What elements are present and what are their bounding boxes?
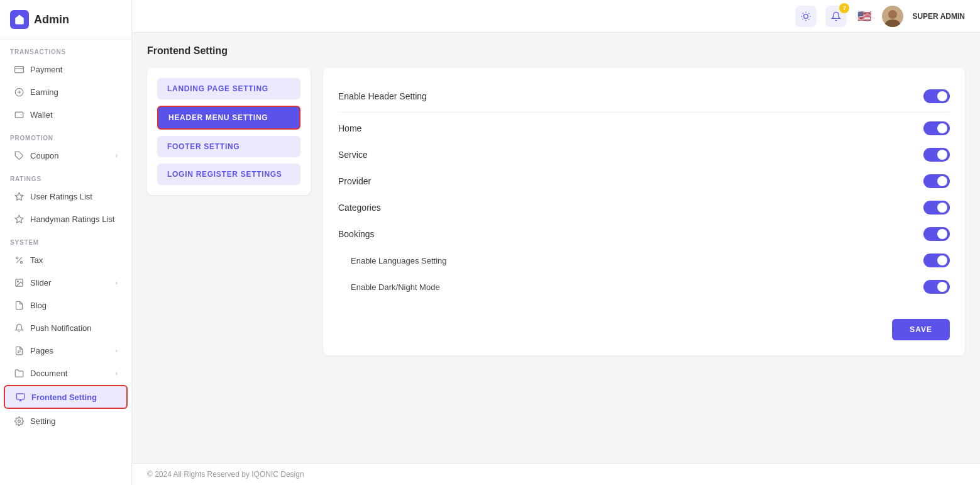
- toggle-slider: [923, 227, 950, 241]
- categories-setting-row: Categories: [338, 194, 950, 221]
- sidebar-item-pages-label: Pages: [30, 346, 53, 355]
- sidebar-item-push-notification[interactable]: Push Notification: [4, 317, 128, 338]
- sidebar-item-slider-label: Slider: [30, 278, 51, 287]
- page-title: Frontend Setting: [147, 45, 965, 57]
- sidebar-item-tax[interactable]: Tax: [4, 249, 128, 270]
- sidebar-item-coupon-label: Coupon: [30, 151, 59, 160]
- admin-name: SUPER ADMIN: [912, 12, 965, 21]
- svg-marker-8: [15, 215, 23, 223]
- sidebar-item-tax-label: Tax: [30, 255, 43, 265]
- gear-icon: [14, 416, 24, 426]
- svg-rect-0: [14, 66, 23, 72]
- pages-chevron-icon: ›: [115, 347, 118, 354]
- header-menu-setting-button[interactable]: HEADER MENU SETTING: [157, 106, 300, 130]
- sidebar-item-payment[interactable]: Payment: [4, 59, 128, 80]
- sidebar-item-coupon[interactable]: Coupon ›: [4, 145, 128, 166]
- enable-dark-mode-toggle[interactable]: [923, 280, 950, 294]
- sidebar-item-handyman-ratings[interactable]: Handyman Ratings List: [4, 208, 128, 230]
- system-section-label: SYSTEM: [0, 230, 131, 248]
- enable-languages-label: Enable Languages Setting: [351, 256, 447, 265]
- service-setting-row: Service: [338, 142, 950, 168]
- login-register-settings-button[interactable]: LOGIN REGISTER SETTINGS: [157, 164, 300, 185]
- sidebar-item-user-ratings-label: User Ratings List: [30, 192, 92, 201]
- service-toggle[interactable]: [923, 148, 950, 162]
- dollar-icon: [14, 87, 24, 97]
- sidebar-item-document[interactable]: Document ›: [4, 362, 128, 384]
- content-grid: LANDING PAGE SETTING HEADER MENU SETTING…: [147, 68, 965, 355]
- svg-line-27: [803, 19, 803, 20]
- pages-icon: [14, 345, 24, 355]
- sidebar-item-blog[interactable]: Blog: [4, 294, 128, 316]
- theme-toggle-button[interactable]: [795, 6, 817, 27]
- landing-page-setting-button[interactable]: LANDING PAGE SETTING: [157, 78, 300, 99]
- star-icon: [14, 191, 24, 201]
- wallet-icon: [14, 109, 24, 120]
- language-flag[interactable]: 🇺🇸: [856, 10, 873, 23]
- document-chevron-icon: ›: [115, 369, 118, 377]
- sidebar-item-setting[interactable]: Setting: [4, 410, 128, 432]
- sidebar-item-push-notification-label: Push Notification: [30, 323, 92, 333]
- sidebar-logo: Admin: [0, 0, 131, 40]
- svg-rect-16: [16, 393, 25, 399]
- toggle-slider: [923, 121, 950, 135]
- svg-rect-5: [15, 112, 23, 118]
- categories-label: Categories: [338, 203, 381, 213]
- sidebar-item-wallet[interactable]: Wallet: [4, 104, 128, 125]
- sidebar-item-earning[interactable]: Earning: [4, 81, 128, 103]
- image-icon: [14, 277, 24, 287]
- sidebar-item-slider[interactable]: Slider ›: [4, 272, 128, 293]
- footer-setting-button[interactable]: FOOTER SETTING: [157, 136, 300, 157]
- home-label: Home: [338, 123, 361, 133]
- enable-languages-setting-row: Enable Languages Setting: [338, 247, 950, 274]
- svg-line-23: [803, 13, 803, 13]
- content-area: Frontend Setting LANDING PAGE SETTING HE…: [132, 33, 980, 463]
- svg-line-24: [809, 19, 810, 20]
- toggle-slider: [923, 174, 950, 188]
- header: 7 🇺🇸 SUPER ADMIN: [132, 0, 980, 33]
- star2-icon: [14, 214, 24, 224]
- toggle-slider: [923, 148, 950, 162]
- avatar[interactable]: [882, 6, 903, 27]
- percent-icon: [14, 255, 24, 265]
- notification-button-wrapper: 7: [825, 6, 847, 27]
- sidebar-item-blog-label: Blog: [30, 301, 47, 310]
- coupon-chevron-icon: ›: [115, 152, 118, 159]
- categories-toggle[interactable]: [923, 201, 950, 215]
- toggle-slider: [923, 89, 950, 103]
- svg-line-9: [16, 257, 22, 263]
- sidebar: Admin TRANSACTIONS Payment Earning Walle…: [0, 0, 132, 485]
- divider-1: [338, 112, 950, 113]
- sidebar-item-document-label: Document: [30, 369, 67, 378]
- enable-languages-toggle[interactable]: [923, 254, 950, 267]
- right-panel: Enable Header Setting Home Service: [323, 68, 965, 355]
- sidebar-item-earning-label: Earning: [30, 87, 58, 97]
- transactions-section-label: TRANSACTIONS: [0, 40, 131, 58]
- sidebar-item-frontend-setting[interactable]: Frontend Setting: [4, 385, 128, 409]
- sidebar-item-setting-label: Setting: [30, 416, 55, 426]
- provider-label: Provider: [338, 176, 371, 186]
- sidebar-item-frontend-setting-label: Frontend Setting: [31, 393, 97, 402]
- provider-setting-row: Provider: [338, 168, 950, 194]
- sidebar-item-pages[interactable]: Pages ›: [4, 340, 128, 361]
- left-panel: LANDING PAGE SETTING HEADER MENU SETTING…: [147, 68, 311, 195]
- save-button[interactable]: SAVE: [892, 319, 950, 340]
- bookings-toggle[interactable]: [923, 227, 950, 241]
- notification-badge: 7: [839, 3, 849, 13]
- sidebar-item-payment-label: Payment: [30, 65, 62, 74]
- enable-dark-mode-setting-row: Enable Dark/Night Mode: [338, 274, 950, 300]
- doc-icon: [14, 300, 24, 310]
- home-toggle[interactable]: [923, 121, 950, 135]
- monitor-icon: [15, 392, 25, 402]
- enable-header-toggle[interactable]: [923, 89, 950, 103]
- sidebar-item-wallet-label: Wallet: [30, 110, 53, 120]
- enable-dark-mode-label: Enable Dark/Night Mode: [351, 282, 440, 292]
- toggle-slider: [923, 254, 950, 267]
- svg-point-30: [888, 10, 897, 19]
- footer-bar: © 2024 All Rights Reserved by IQONIC Des…: [132, 463, 980, 485]
- sidebar-item-handyman-ratings-label: Handyman Ratings List: [30, 215, 114, 224]
- provider-toggle[interactable]: [923, 174, 950, 188]
- svg-point-20: [804, 14, 808, 18]
- sidebar-item-user-ratings[interactable]: User Ratings List: [4, 186, 128, 207]
- brand-name: Admin: [34, 13, 69, 26]
- footer-text: © 2024 All Rights Reserved by IQONIC Des…: [147, 470, 304, 479]
